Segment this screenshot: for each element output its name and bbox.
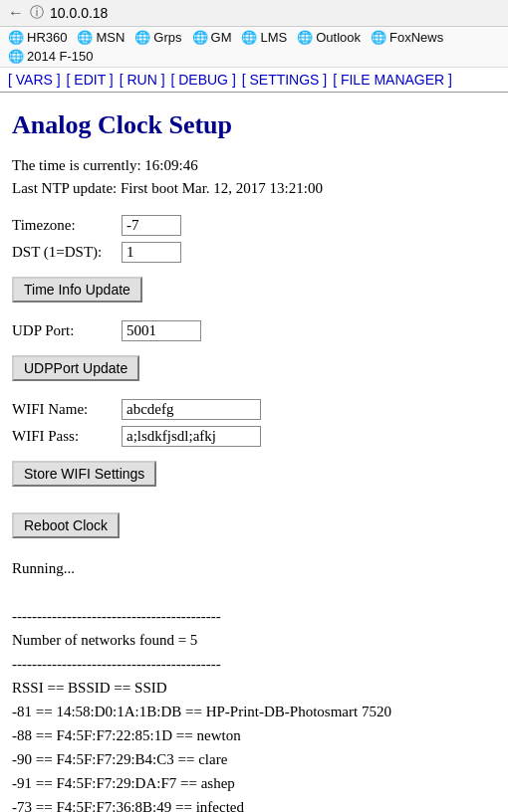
f150-icon: 🌐 xyxy=(8,49,24,64)
bookmark-label: LMS xyxy=(260,30,287,45)
wifi-name-label: WIFI Name: xyxy=(12,401,122,418)
bookmark-msn[interactable]: 🌐 MSN xyxy=(73,29,128,46)
foxnews-icon: 🌐 xyxy=(371,30,386,45)
udp-update-button[interactable]: UDPPort Update xyxy=(12,355,139,381)
bookmark-gm[interactable]: 🌐 GM xyxy=(188,29,236,46)
time-update-button[interactable]: Time Info Update xyxy=(12,277,142,303)
wifi-name-input[interactable] xyxy=(122,399,261,420)
timezone-input[interactable] xyxy=(122,215,181,236)
store-wifi-button[interactable]: Store WIFI Settings xyxy=(12,461,156,487)
wifi-pass-row: WIFI Pass: xyxy=(12,426,496,447)
wifi-section: WIFI Name: WIFI Pass: Store WIFI Setting… xyxy=(12,399,496,495)
reboot-section: Reboot Clock xyxy=(12,505,496,546)
nav-run[interactable]: [ RUN ] xyxy=(120,72,165,88)
bookmark-label: Outlook xyxy=(316,30,361,45)
bookmark-grps[interactable]: 🌐 Grps xyxy=(130,29,185,46)
output-section: Running... -----------------------------… xyxy=(12,556,496,812)
bookmark-outlook[interactable]: 🌐 Outlook xyxy=(293,29,365,46)
dst-label: DST (1=DST): xyxy=(12,244,122,261)
nav-file-manager[interactable]: [ FILE MANAGER ] xyxy=(333,72,452,88)
bookmark-lms[interactable]: 🌐 LMS xyxy=(237,29,291,46)
main-content: Analog Clock Setup The time is currently… xyxy=(0,93,508,812)
timezone-label: Timezone: xyxy=(12,217,122,234)
timezone-section: Timezone: DST (1=DST): Time Info Update xyxy=(12,215,496,310)
udp-port-row: UDP Port: xyxy=(12,320,496,341)
page-title: Analog Clock Setup xyxy=(12,110,496,140)
bookmark-hr360[interactable]: 🌐 HR360 xyxy=(4,29,71,46)
bookmark-label: FoxNews xyxy=(389,30,443,45)
address-bar: ← ⓘ 10.0.0.18 xyxy=(0,0,508,27)
address-text[interactable]: 10.0.0.18 xyxy=(50,5,108,21)
dst-row: DST (1=DST): xyxy=(12,242,496,263)
nav-settings[interactable]: [ SETTINGS ] xyxy=(242,72,328,88)
lms-icon: 🌐 xyxy=(241,30,257,45)
msn-icon: 🌐 xyxy=(77,30,93,45)
current-time-label: The time is currently: 16:09:46 xyxy=(12,154,496,177)
bookmark-label: GM xyxy=(211,30,232,45)
wifi-pass-input[interactable] xyxy=(122,426,261,447)
timezone-row: Timezone: xyxy=(12,215,496,236)
info-icon: ⓘ xyxy=(30,4,44,22)
bookmark-label: Grps xyxy=(153,30,181,45)
udp-port-label: UDP Port: xyxy=(12,322,122,339)
dst-input[interactable] xyxy=(122,242,181,263)
time-info: The time is currently: 16:09:46 Last NTP… xyxy=(12,154,496,199)
nav-menu: [ VARS ] [ EDIT ] [ RUN ] [ DEBUG ] [ SE… xyxy=(0,68,508,93)
reboot-clock-button[interactable]: Reboot Clock xyxy=(12,512,120,538)
udp-port-input[interactable] xyxy=(122,320,201,341)
nav-debug[interactable]: [ DEBUG ] xyxy=(170,72,235,88)
bookmark-f150[interactable]: 🌐 2014 F-150 xyxy=(4,48,98,65)
gm-icon: 🌐 xyxy=(192,30,208,45)
udp-section: UDP Port: UDPPort Update xyxy=(12,320,496,389)
bookmark-label: HR360 xyxy=(27,30,67,45)
bookmark-foxnews[interactable]: 🌐 FoxNews xyxy=(367,29,447,46)
outlook-icon: 🌐 xyxy=(297,30,313,45)
bookmarks-bar: 🌐 HR360 🌐 MSN 🌐 Grps 🌐 GM 🌐 LMS 🌐 Outloo… xyxy=(0,27,508,68)
hr360-icon: 🌐 xyxy=(8,30,24,45)
ntp-label: Last NTP update: First boot Mar. 12, 201… xyxy=(12,177,496,200)
grps-icon: 🌐 xyxy=(134,30,150,45)
bookmark-label: 2014 F-150 xyxy=(27,49,94,64)
wifi-name-row: WIFI Name: xyxy=(12,399,496,420)
nav-vars[interactable]: [ VARS ] xyxy=(8,72,61,88)
back-button[interactable]: ← xyxy=(8,4,24,22)
wifi-pass-label: WIFI Pass: xyxy=(12,428,122,445)
bookmark-label: MSN xyxy=(96,30,125,45)
nav-edit[interactable]: [ EDIT ] xyxy=(67,72,114,88)
output-text: Running... -----------------------------… xyxy=(12,556,496,812)
